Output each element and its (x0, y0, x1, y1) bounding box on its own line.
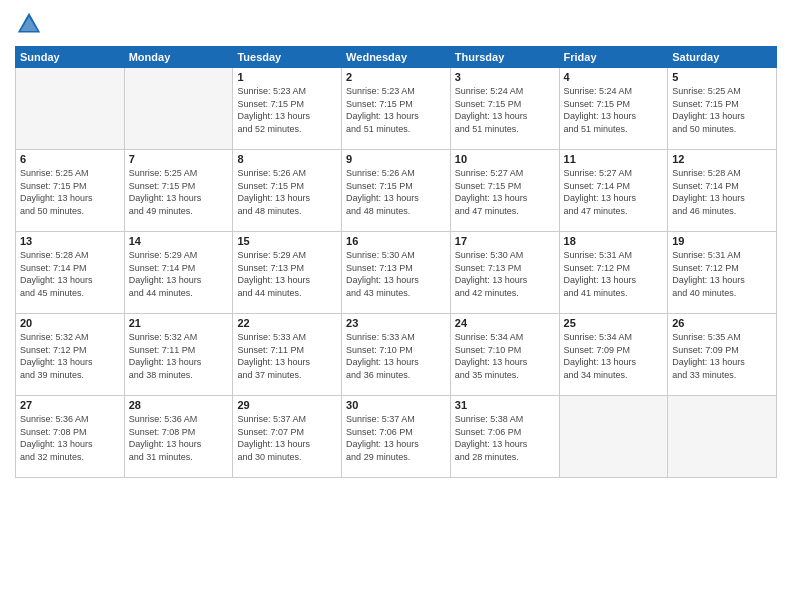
day-number: 26 (672, 317, 772, 329)
day-number: 12 (672, 153, 772, 165)
calendar-cell: 27Sunrise: 5:36 AM Sunset: 7:08 PM Dayli… (16, 396, 125, 478)
calendar-cell: 21Sunrise: 5:32 AM Sunset: 7:11 PM Dayli… (124, 314, 233, 396)
cell-info: Sunrise: 5:31 AM Sunset: 7:12 PM Dayligh… (564, 249, 664, 299)
calendar-cell: 23Sunrise: 5:33 AM Sunset: 7:10 PM Dayli… (342, 314, 451, 396)
header (15, 10, 777, 38)
calendar-cell: 7Sunrise: 5:25 AM Sunset: 7:15 PM Daylig… (124, 150, 233, 232)
weekday-header-wednesday: Wednesday (342, 47, 451, 68)
day-number: 31 (455, 399, 555, 411)
calendar-cell: 5Sunrise: 5:25 AM Sunset: 7:15 PM Daylig… (668, 68, 777, 150)
day-number: 18 (564, 235, 664, 247)
calendar-cell: 1Sunrise: 5:23 AM Sunset: 7:15 PM Daylig… (233, 68, 342, 150)
day-number: 19 (672, 235, 772, 247)
calendar-cell: 2Sunrise: 5:23 AM Sunset: 7:15 PM Daylig… (342, 68, 451, 150)
cell-info: Sunrise: 5:36 AM Sunset: 7:08 PM Dayligh… (20, 413, 120, 463)
calendar-cell: 31Sunrise: 5:38 AM Sunset: 7:06 PM Dayli… (450, 396, 559, 478)
calendar-cell: 11Sunrise: 5:27 AM Sunset: 7:14 PM Dayli… (559, 150, 668, 232)
calendar-cell: 29Sunrise: 5:37 AM Sunset: 7:07 PM Dayli… (233, 396, 342, 478)
cell-info: Sunrise: 5:26 AM Sunset: 7:15 PM Dayligh… (346, 167, 446, 217)
calendar-cell: 19Sunrise: 5:31 AM Sunset: 7:12 PM Dayli… (668, 232, 777, 314)
calendar-cell: 18Sunrise: 5:31 AM Sunset: 7:12 PM Dayli… (559, 232, 668, 314)
day-number: 1 (237, 71, 337, 83)
day-number: 10 (455, 153, 555, 165)
cell-info: Sunrise: 5:32 AM Sunset: 7:12 PM Dayligh… (20, 331, 120, 381)
cell-info: Sunrise: 5:38 AM Sunset: 7:06 PM Dayligh… (455, 413, 555, 463)
calendar-cell: 10Sunrise: 5:27 AM Sunset: 7:15 PM Dayli… (450, 150, 559, 232)
calendar-cell (668, 396, 777, 478)
calendar-cell: 14Sunrise: 5:29 AM Sunset: 7:14 PM Dayli… (124, 232, 233, 314)
cell-info: Sunrise: 5:33 AM Sunset: 7:10 PM Dayligh… (346, 331, 446, 381)
cell-info: Sunrise: 5:34 AM Sunset: 7:09 PM Dayligh… (564, 331, 664, 381)
day-number: 17 (455, 235, 555, 247)
cell-info: Sunrise: 5:33 AM Sunset: 7:11 PM Dayligh… (237, 331, 337, 381)
day-number: 15 (237, 235, 337, 247)
cell-info: Sunrise: 5:26 AM Sunset: 7:15 PM Dayligh… (237, 167, 337, 217)
cell-info: Sunrise: 5:24 AM Sunset: 7:15 PM Dayligh… (455, 85, 555, 135)
calendar-cell: 22Sunrise: 5:33 AM Sunset: 7:11 PM Dayli… (233, 314, 342, 396)
day-number: 8 (237, 153, 337, 165)
day-number: 27 (20, 399, 120, 411)
weekday-header-thursday: Thursday (450, 47, 559, 68)
day-number: 22 (237, 317, 337, 329)
cell-info: Sunrise: 5:37 AM Sunset: 7:07 PM Dayligh… (237, 413, 337, 463)
weekday-header-tuesday: Tuesday (233, 47, 342, 68)
cell-info: Sunrise: 5:31 AM Sunset: 7:12 PM Dayligh… (672, 249, 772, 299)
cell-info: Sunrise: 5:34 AM Sunset: 7:10 PM Dayligh… (455, 331, 555, 381)
day-number: 23 (346, 317, 446, 329)
week-row-1: 1Sunrise: 5:23 AM Sunset: 7:15 PM Daylig… (16, 68, 777, 150)
calendar-cell (124, 68, 233, 150)
calendar-cell: 8Sunrise: 5:26 AM Sunset: 7:15 PM Daylig… (233, 150, 342, 232)
day-number: 11 (564, 153, 664, 165)
weekday-header-friday: Friday (559, 47, 668, 68)
day-number: 29 (237, 399, 337, 411)
cell-info: Sunrise: 5:36 AM Sunset: 7:08 PM Dayligh… (129, 413, 229, 463)
day-number: 4 (564, 71, 664, 83)
day-number: 16 (346, 235, 446, 247)
day-number: 5 (672, 71, 772, 83)
calendar-cell: 4Sunrise: 5:24 AM Sunset: 7:15 PM Daylig… (559, 68, 668, 150)
weekday-header-monday: Monday (124, 47, 233, 68)
cell-info: Sunrise: 5:25 AM Sunset: 7:15 PM Dayligh… (672, 85, 772, 135)
cell-info: Sunrise: 5:23 AM Sunset: 7:15 PM Dayligh… (237, 85, 337, 135)
day-number: 28 (129, 399, 229, 411)
cell-info: Sunrise: 5:25 AM Sunset: 7:15 PM Dayligh… (129, 167, 229, 217)
cell-info: Sunrise: 5:28 AM Sunset: 7:14 PM Dayligh… (20, 249, 120, 299)
day-number: 21 (129, 317, 229, 329)
day-number: 2 (346, 71, 446, 83)
calendar-cell: 30Sunrise: 5:37 AM Sunset: 7:06 PM Dayli… (342, 396, 451, 478)
calendar-cell: 15Sunrise: 5:29 AM Sunset: 7:13 PM Dayli… (233, 232, 342, 314)
calendar-cell: 12Sunrise: 5:28 AM Sunset: 7:14 PM Dayli… (668, 150, 777, 232)
cell-info: Sunrise: 5:27 AM Sunset: 7:15 PM Dayligh… (455, 167, 555, 217)
weekday-header-saturday: Saturday (668, 47, 777, 68)
weekday-header-sunday: Sunday (16, 47, 125, 68)
day-number: 7 (129, 153, 229, 165)
page: SundayMondayTuesdayWednesdayThursdayFrid… (0, 0, 792, 612)
cell-info: Sunrise: 5:24 AM Sunset: 7:15 PM Dayligh… (564, 85, 664, 135)
calendar-cell: 16Sunrise: 5:30 AM Sunset: 7:13 PM Dayli… (342, 232, 451, 314)
day-number: 30 (346, 399, 446, 411)
day-number: 13 (20, 235, 120, 247)
week-row-2: 6Sunrise: 5:25 AM Sunset: 7:15 PM Daylig… (16, 150, 777, 232)
calendar-cell: 25Sunrise: 5:34 AM Sunset: 7:09 PM Dayli… (559, 314, 668, 396)
calendar-cell: 13Sunrise: 5:28 AM Sunset: 7:14 PM Dayli… (16, 232, 125, 314)
week-row-4: 20Sunrise: 5:32 AM Sunset: 7:12 PM Dayli… (16, 314, 777, 396)
day-number: 9 (346, 153, 446, 165)
cell-info: Sunrise: 5:29 AM Sunset: 7:13 PM Dayligh… (237, 249, 337, 299)
cell-info: Sunrise: 5:32 AM Sunset: 7:11 PM Dayligh… (129, 331, 229, 381)
cell-info: Sunrise: 5:29 AM Sunset: 7:14 PM Dayligh… (129, 249, 229, 299)
calendar-cell: 28Sunrise: 5:36 AM Sunset: 7:08 PM Dayli… (124, 396, 233, 478)
calendar-cell: 17Sunrise: 5:30 AM Sunset: 7:13 PM Dayli… (450, 232, 559, 314)
day-number: 20 (20, 317, 120, 329)
calendar-cell: 6Sunrise: 5:25 AM Sunset: 7:15 PM Daylig… (16, 150, 125, 232)
calendar-cell: 26Sunrise: 5:35 AM Sunset: 7:09 PM Dayli… (668, 314, 777, 396)
calendar-table: SundayMondayTuesdayWednesdayThursdayFrid… (15, 46, 777, 478)
cell-info: Sunrise: 5:37 AM Sunset: 7:06 PM Dayligh… (346, 413, 446, 463)
day-number: 14 (129, 235, 229, 247)
calendar-cell: 3Sunrise: 5:24 AM Sunset: 7:15 PM Daylig… (450, 68, 559, 150)
calendar-cell: 20Sunrise: 5:32 AM Sunset: 7:12 PM Dayli… (16, 314, 125, 396)
cell-info: Sunrise: 5:30 AM Sunset: 7:13 PM Dayligh… (455, 249, 555, 299)
day-number: 6 (20, 153, 120, 165)
calendar-cell: 24Sunrise: 5:34 AM Sunset: 7:10 PM Dayli… (450, 314, 559, 396)
calendar-cell: 9Sunrise: 5:26 AM Sunset: 7:15 PM Daylig… (342, 150, 451, 232)
calendar-cell (16, 68, 125, 150)
